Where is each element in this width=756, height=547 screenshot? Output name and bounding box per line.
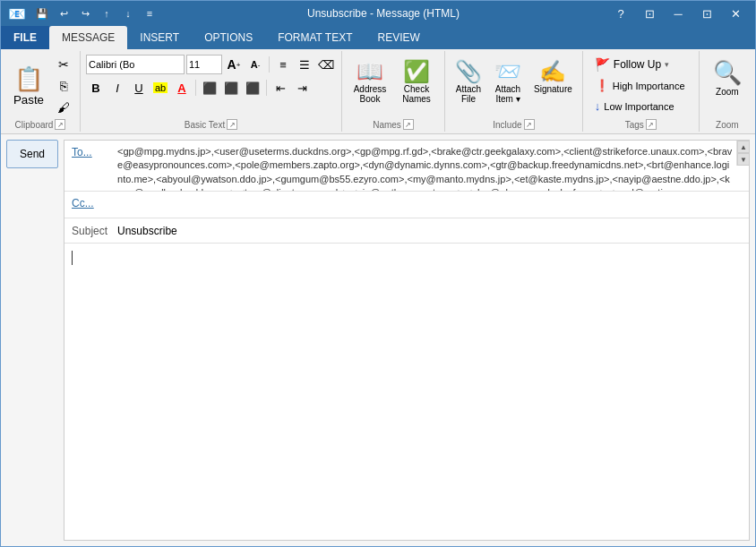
low-importance-label: Low Importance bbox=[604, 101, 674, 112]
signature-label: Signature bbox=[534, 84, 572, 94]
tags-expand-btn[interactable]: ↗ bbox=[646, 119, 657, 130]
indent-increase-button[interactable]: ⇥ bbox=[292, 78, 312, 98]
format-painter-icon: 🖌 bbox=[57, 100, 70, 115]
underline-icon: U bbox=[134, 81, 142, 95]
copy-button[interactable]: ⎘ bbox=[53, 76, 74, 96]
minimize-btn[interactable]: ─ bbox=[666, 3, 691, 24]
title-bar-left: 📧 💾 ↩ ↪ ↑ ↓ ≡ bbox=[8, 4, 159, 22]
address-book-button[interactable]: 📖 AddressBook bbox=[348, 55, 392, 108]
basic-text-expand-btn[interactable]: ↗ bbox=[227, 119, 237, 130]
font-family-input[interactable] bbox=[86, 55, 185, 74]
compose-area: Send To... <gp@mpg.mydns.jp>,<user@usete… bbox=[1, 134, 755, 546]
to-recipients-text[interactable]: <gp@mpg.mydns.jp>,<user@useterms.duckdns… bbox=[114, 141, 736, 191]
cc-button[interactable]: Cc... bbox=[64, 192, 114, 215]
clipboard-expand-btn[interactable]: ↗ bbox=[55, 119, 65, 130]
names-expand-btn[interactable]: ↗ bbox=[403, 119, 414, 130]
grow-icon: A bbox=[228, 57, 236, 72]
check-names-button[interactable]: ✅ CheckNames bbox=[394, 55, 439, 108]
high-importance-icon: ❗ bbox=[595, 79, 609, 92]
save-quick-btn[interactable]: 💾 bbox=[33, 4, 51, 22]
high-importance-button[interactable]: ❗ High Importance bbox=[588, 76, 693, 95]
to-button[interactable]: To... bbox=[64, 141, 114, 164]
bold-icon: B bbox=[91, 81, 99, 95]
names-label: Names ↗ bbox=[348, 117, 439, 130]
attach-item-icon: 📨 bbox=[494, 59, 521, 84]
indent-decrease-button[interactable]: ⇤ bbox=[271, 78, 290, 98]
tab-insert[interactable]: INSERT bbox=[127, 26, 192, 49]
zoom-content: 🔍 Zoom bbox=[705, 55, 750, 118]
tab-options[interactable]: OPTIONS bbox=[192, 26, 265, 49]
italic-icon: I bbox=[116, 81, 119, 95]
check-names-icon: ✅ bbox=[403, 59, 430, 84]
italic-button[interactable]: I bbox=[107, 78, 127, 98]
more-quick-btn[interactable]: ≡ bbox=[141, 4, 159, 22]
basic-text-label: Basic Text ↗ bbox=[86, 117, 336, 130]
tab-message[interactable]: MESSAGE bbox=[49, 26, 127, 49]
ribbon-toggle-btn[interactable]: ⊡ bbox=[637, 3, 662, 24]
attach-file-button[interactable]: 📎 AttachFile bbox=[451, 55, 486, 108]
include-expand-btn[interactable]: ↗ bbox=[524, 119, 535, 130]
quick-access-toolbar: 💾 ↩ ↪ ↑ ↓ ≡ bbox=[33, 4, 159, 22]
to-recipients-area: <gp@mpg.mydns.jp>,<user@useterms.duckdns… bbox=[114, 141, 736, 191]
align-left-icon: ⬛ bbox=[202, 81, 217, 95]
underline-button[interactable]: U bbox=[129, 78, 149, 98]
outlook-window: 📧 💾 ↩ ↪ ↑ ↓ ≡ Unsubscribe - Message (HTM… bbox=[0, 0, 756, 547]
send-column: Send bbox=[3, 136, 60, 544]
subject-input[interactable] bbox=[114, 223, 749, 239]
redo-quick-btn[interactable]: ↪ bbox=[76, 4, 94, 22]
follow-up-button[interactable]: 🚩 Follow Up ▾ bbox=[588, 55, 693, 74]
shrink-font-button[interactable]: A- bbox=[245, 55, 265, 74]
attach-item-button[interactable]: 📨 AttachItem ▾ bbox=[490, 55, 526, 108]
help-btn[interactable]: ? bbox=[608, 3, 633, 24]
align-center-button[interactable]: ⬛ bbox=[221, 78, 241, 98]
tab-file[interactable]: FILE bbox=[1, 26, 49, 49]
indent-increase-icon: ⇥ bbox=[297, 81, 307, 95]
send-button[interactable]: Send bbox=[6, 140, 58, 168]
bullet-list-button[interactable]: ≡ bbox=[273, 55, 293, 74]
ribbon-group-zoom: 🔍 Zoom Zoom bbox=[700, 51, 755, 132]
up-quick-btn[interactable]: ↑ bbox=[98, 4, 116, 22]
clear-format-button[interactable]: ⌫ bbox=[316, 55, 336, 74]
ribbon-group-basic-text: A+ A- ≡ ☰ ⌫ B I U ab A ⬛ bbox=[81, 51, 342, 132]
title-bar: 📧 💾 ↩ ↪ ↑ ↓ ≡ Unsubscribe - Message (HTM… bbox=[1, 1, 755, 26]
ribbon-group-include: 📎 AttachFile 📨 AttachItem ▾ ✍ Signature bbox=[445, 51, 583, 132]
names-content: 📖 AddressBook ✅ CheckNames bbox=[348, 55, 439, 117]
follow-up-label: Follow Up bbox=[614, 58, 661, 71]
align-right-button[interactable]: ⬛ bbox=[243, 78, 262, 98]
subject-label: Subject bbox=[64, 225, 114, 237]
text-cursor bbox=[72, 251, 73, 265]
signature-button[interactable]: ✍ Signature bbox=[529, 55, 577, 108]
window-controls: ? ⊡ ─ ⊡ ✕ bbox=[608, 3, 748, 24]
zoom-button[interactable]: 🔍 Zoom bbox=[705, 55, 750, 101]
cc-input[interactable] bbox=[114, 192, 749, 214]
cut-button[interactable]: ✂ bbox=[53, 55, 74, 74]
down-quick-btn[interactable]: ↓ bbox=[119, 4, 137, 22]
highlight-button[interactable]: ab bbox=[150, 78, 170, 98]
align-center-icon: ⬛ bbox=[224, 81, 238, 95]
include-content: 📎 AttachFile 📨 AttachItem ▾ ✍ Signature bbox=[451, 55, 577, 117]
tab-format-text[interactable]: FORMAT TEXT bbox=[265, 26, 365, 49]
font-row: A+ A- ≡ ☰ ⌫ bbox=[86, 55, 336, 74]
format-painter-button[interactable]: 🖌 bbox=[53, 98, 74, 117]
font-size-input[interactable] bbox=[186, 55, 222, 74]
scroll-down-arrow[interactable]: ▼ bbox=[737, 153, 750, 166]
maximize-btn[interactable]: ⊡ bbox=[694, 3, 719, 24]
undo-quick-btn[interactable]: ↩ bbox=[55, 4, 73, 22]
tags-label: Tags ↗ bbox=[588, 117, 693, 130]
bold-button[interactable]: B bbox=[86, 78, 106, 98]
attach-file-icon: 📎 bbox=[455, 59, 482, 84]
paste-button[interactable]: 📋 Paste bbox=[6, 55, 51, 117]
low-importance-button[interactable]: ↓ Low Importance bbox=[588, 97, 693, 115]
high-importance-label: High Importance bbox=[613, 81, 685, 91]
scroll-up-arrow[interactable]: ▲ bbox=[737, 141, 750, 153]
low-importance-icon: ↓ bbox=[595, 99, 601, 113]
flag-icon: 🚩 bbox=[595, 57, 610, 72]
email-body[interactable] bbox=[64, 244, 749, 540]
grow-font-button[interactable]: A+ bbox=[224, 55, 244, 74]
clipboard-sub-buttons: ✂ ⎘ 🖌 bbox=[53, 55, 74, 117]
numbered-list-button[interactable]: ☰ bbox=[295, 55, 314, 74]
tab-review[interactable]: REVIEW bbox=[365, 26, 433, 49]
close-btn[interactable]: ✕ bbox=[723, 3, 748, 24]
align-left-button[interactable]: ⬛ bbox=[200, 78, 219, 98]
font-color-button[interactable]: A bbox=[172, 78, 192, 98]
